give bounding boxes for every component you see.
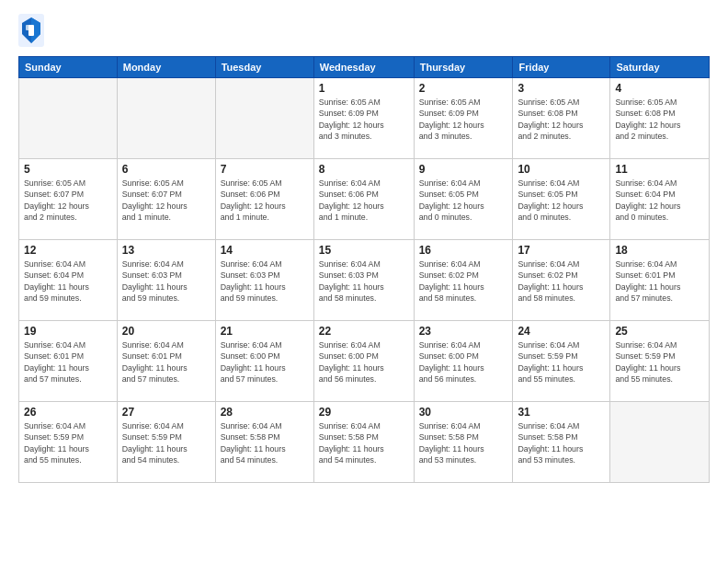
- day-number: 17: [518, 244, 605, 257]
- calendar-cell: 27Sunrise: 6:04 AM Sunset: 5:59 PM Dayli…: [117, 402, 215, 483]
- day-number: 2: [419, 82, 508, 95]
- calendar-table: SundayMondayTuesdayWednesdayThursdayFrid…: [18, 56, 710, 483]
- calendar-cell: [19, 78, 118, 159]
- day-number: 14: [221, 244, 309, 257]
- calendar-cell: 3Sunrise: 6:05 AM Sunset: 6:08 PM Daylig…: [513, 78, 610, 159]
- weekday-header-tuesday: Tuesday: [215, 57, 313, 78]
- day-info: Sunrise: 6:04 AM Sunset: 6:00 PM Dayligh…: [221, 339, 309, 385]
- day-number: 6: [122, 163, 210, 176]
- day-info: Sunrise: 6:04 AM Sunset: 6:01 PM Dayligh…: [24, 339, 112, 385]
- calendar-cell: 20Sunrise: 6:04 AM Sunset: 6:01 PM Dayli…: [117, 321, 215, 402]
- day-number: 12: [24, 244, 112, 257]
- calendar-cell: 17Sunrise: 6:04 AM Sunset: 6:02 PM Dayli…: [513, 240, 610, 321]
- calendar-cell: 9Sunrise: 6:04 AM Sunset: 6:05 PM Daylig…: [414, 159, 513, 240]
- calendar-cell: [117, 78, 215, 159]
- calendar-cell: 14Sunrise: 6:04 AM Sunset: 6:03 PM Dayli…: [215, 240, 313, 321]
- day-info: Sunrise: 6:04 AM Sunset: 6:03 PM Dayligh…: [221, 259, 309, 304]
- weekday-header-row: SundayMondayTuesdayWednesdayThursdayFrid…: [19, 57, 710, 78]
- weekday-header-saturday: Saturday: [610, 57, 710, 78]
- calendar-cell: 4Sunrise: 6:05 AM Sunset: 6:08 PM Daylig…: [610, 78, 710, 159]
- day-number: 31: [518, 406, 605, 419]
- calendar-cell: 8Sunrise: 6:04 AM Sunset: 6:06 PM Daylig…: [313, 159, 414, 240]
- day-info: Sunrise: 6:05 AM Sunset: 6:09 PM Dayligh…: [419, 97, 508, 142]
- day-info: Sunrise: 6:05 AM Sunset: 6:06 PM Dayligh…: [221, 178, 309, 223]
- calendar-cell: 25Sunrise: 6:04 AM Sunset: 5:59 PM Dayli…: [610, 321, 710, 402]
- day-number: 19: [24, 325, 112, 338]
- calendar-week-row: 12Sunrise: 6:04 AM Sunset: 6:04 PM Dayli…: [19, 240, 710, 321]
- day-info: Sunrise: 6:05 AM Sunset: 6:07 PM Dayligh…: [122, 178, 210, 223]
- day-info: Sunrise: 6:04 AM Sunset: 6:04 PM Dayligh…: [24, 259, 112, 304]
- day-info: Sunrise: 6:04 AM Sunset: 6:06 PM Dayligh…: [319, 178, 409, 223]
- calendar-cell: 21Sunrise: 6:04 AM Sunset: 6:00 PM Dayli…: [215, 321, 313, 402]
- day-number: 9: [419, 163, 508, 176]
- calendar-cell: 26Sunrise: 6:04 AM Sunset: 5:59 PM Dayli…: [19, 402, 118, 483]
- day-number: 29: [319, 406, 409, 419]
- day-number: 22: [319, 325, 409, 338]
- day-number: 15: [319, 244, 409, 257]
- day-number: 26: [24, 406, 112, 419]
- day-info: Sunrise: 6:05 AM Sunset: 6:07 PM Dayligh…: [24, 178, 112, 223]
- day-info: Sunrise: 6:04 AM Sunset: 6:02 PM Dayligh…: [518, 259, 605, 304]
- day-number: 18: [615, 244, 704, 257]
- day-info: Sunrise: 6:04 AM Sunset: 5:59 PM Dayligh…: [24, 420, 112, 465]
- weekday-header-sunday: Sunday: [19, 57, 118, 78]
- day-info: Sunrise: 6:05 AM Sunset: 6:08 PM Dayligh…: [615, 97, 704, 142]
- day-number: 20: [122, 325, 210, 338]
- calendar-cell: 1Sunrise: 6:05 AM Sunset: 6:09 PM Daylig…: [313, 78, 414, 159]
- day-info: Sunrise: 6:04 AM Sunset: 5:58 PM Dayligh…: [419, 420, 508, 465]
- calendar-cell: 11Sunrise: 6:04 AM Sunset: 6:04 PM Dayli…: [610, 159, 710, 240]
- calendar-cell: 7Sunrise: 6:05 AM Sunset: 6:06 PM Daylig…: [215, 159, 313, 240]
- calendar-cell: 13Sunrise: 6:04 AM Sunset: 6:03 PM Dayli…: [117, 240, 215, 321]
- day-number: 13: [122, 244, 210, 257]
- day-number: 30: [419, 406, 508, 419]
- weekday-header-monday: Monday: [117, 57, 215, 78]
- calendar-cell: 19Sunrise: 6:04 AM Sunset: 6:01 PM Dayli…: [19, 321, 118, 402]
- calendar-cell: 28Sunrise: 6:04 AM Sunset: 5:58 PM Dayli…: [215, 402, 313, 483]
- svg-rect-4: [26, 25, 29, 30]
- calendar-cell: 16Sunrise: 6:04 AM Sunset: 6:02 PM Dayli…: [414, 240, 513, 321]
- weekday-header-thursday: Thursday: [414, 57, 513, 78]
- day-number: 25: [615, 325, 704, 338]
- calendar-week-row: 26Sunrise: 6:04 AM Sunset: 5:59 PM Dayli…: [19, 402, 710, 483]
- day-number: 4: [615, 82, 704, 95]
- day-number: 27: [122, 406, 210, 419]
- calendar-cell: 15Sunrise: 6:04 AM Sunset: 6:03 PM Dayli…: [313, 240, 414, 321]
- day-info: Sunrise: 6:05 AM Sunset: 6:09 PM Dayligh…: [319, 97, 409, 142]
- day-number: 7: [221, 163, 309, 176]
- day-number: 1: [319, 82, 409, 95]
- page: SundayMondayTuesdayWednesdayThursdayFrid…: [0, 0, 728, 563]
- day-info: Sunrise: 6:04 AM Sunset: 6:02 PM Dayligh…: [419, 259, 508, 304]
- calendar-cell: 6Sunrise: 6:05 AM Sunset: 6:07 PM Daylig…: [117, 159, 215, 240]
- calendar-cell: [215, 78, 313, 159]
- day-info: Sunrise: 6:05 AM Sunset: 6:08 PM Dayligh…: [518, 97, 605, 142]
- calendar-week-row: 19Sunrise: 6:04 AM Sunset: 6:01 PM Dayli…: [19, 321, 710, 402]
- weekday-header-wednesday: Wednesday: [313, 57, 414, 78]
- day-number: 5: [24, 163, 112, 176]
- day-number: 11: [615, 163, 704, 176]
- day-number: 10: [518, 163, 605, 176]
- day-info: Sunrise: 6:04 AM Sunset: 6:05 PM Dayligh…: [419, 178, 508, 223]
- calendar-week-row: 5Sunrise: 6:05 AM Sunset: 6:07 PM Daylig…: [19, 159, 710, 240]
- day-number: 8: [319, 163, 409, 176]
- calendar-week-row: 1Sunrise: 6:05 AM Sunset: 6:09 PM Daylig…: [19, 78, 710, 159]
- calendar-cell: 23Sunrise: 6:04 AM Sunset: 6:00 PM Dayli…: [414, 321, 513, 402]
- day-info: Sunrise: 6:04 AM Sunset: 6:00 PM Dayligh…: [319, 339, 409, 385]
- day-info: Sunrise: 6:04 AM Sunset: 5:58 PM Dayligh…: [319, 420, 409, 465]
- header: [18, 14, 710, 47]
- calendar-cell: 2Sunrise: 6:05 AM Sunset: 6:09 PM Daylig…: [414, 78, 513, 159]
- logo: [18, 14, 48, 47]
- logo-icon: [18, 14, 44, 47]
- day-number: 16: [419, 244, 508, 257]
- day-info: Sunrise: 6:04 AM Sunset: 6:00 PM Dayligh…: [419, 339, 508, 385]
- calendar-cell: 29Sunrise: 6:04 AM Sunset: 5:58 PM Dayli…: [313, 402, 414, 483]
- day-info: Sunrise: 6:04 AM Sunset: 6:03 PM Dayligh…: [319, 259, 409, 304]
- day-info: Sunrise: 6:04 AM Sunset: 6:05 PM Dayligh…: [518, 178, 605, 223]
- day-info: Sunrise: 6:04 AM Sunset: 5:58 PM Dayligh…: [518, 420, 605, 465]
- day-number: 3: [518, 82, 605, 95]
- day-info: Sunrise: 6:04 AM Sunset: 6:01 PM Dayligh…: [122, 339, 210, 385]
- calendar-cell: 24Sunrise: 6:04 AM Sunset: 5:59 PM Dayli…: [513, 321, 610, 402]
- weekday-header-friday: Friday: [513, 57, 610, 78]
- day-info: Sunrise: 6:04 AM Sunset: 6:03 PM Dayligh…: [122, 259, 210, 304]
- day-info: Sunrise: 6:04 AM Sunset: 5:59 PM Dayligh…: [518, 339, 605, 385]
- calendar-cell: 30Sunrise: 6:04 AM Sunset: 5:58 PM Dayli…: [414, 402, 513, 483]
